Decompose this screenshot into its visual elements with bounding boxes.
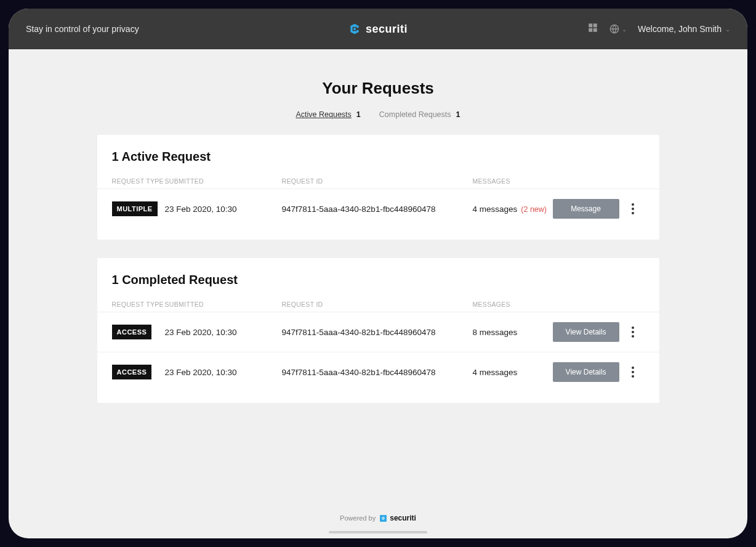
messages-cell: 4 messages (2 new)	[473, 205, 553, 214]
more-options-icon[interactable]	[621, 324, 645, 340]
globe-icon	[609, 24, 619, 34]
messages-cell: 4 messages	[473, 368, 553, 377]
request-type-badge: ACCESS	[112, 365, 152, 379]
message-button[interactable]: Message	[553, 199, 619, 219]
language-selector[interactable]: ⌄	[609, 24, 627, 34]
svg-rect-4	[593, 28, 597, 32]
table-header: REQUEST TYPE SUBMITTED REQUEST ID MESSAG…	[97, 297, 659, 312]
col-type: REQUEST TYPE	[112, 301, 165, 308]
card-title: 1 Completed Request	[97, 273, 659, 297]
powered-by-text: Powered by	[340, 514, 376, 522]
col-submitted: SUBMITTED	[165, 301, 282, 308]
active-requests-card: 1 Active Request REQUEST TYPE SUBMITTED …	[97, 135, 659, 240]
table-row: ACCESS 23 Feb 2020, 10:30 947f7811-5aaa-…	[97, 312, 659, 352]
submitted-cell: 23 Feb 2020, 10:30	[165, 368, 282, 377]
col-id: REQUEST ID	[282, 301, 473, 308]
request-type-badge: MULTIPLE	[112, 201, 158, 216]
header-tagline: Stay in control of your privacy	[26, 24, 139, 34]
table-row: MULTIPLE 23 Feb 2020, 10:30 947f7811-5aa…	[97, 188, 659, 229]
svg-point-9	[383, 517, 384, 519]
col-messages: MESSAGES	[473, 177, 553, 185]
more-options-icon[interactable]	[621, 364, 645, 380]
submitted-cell: 23 Feb 2020, 10:30	[165, 328, 282, 337]
view-details-button[interactable]: View Details	[553, 322, 619, 342]
col-submitted: SUBMITTED	[165, 177, 282, 185]
chevron-down-icon: ⌄	[725, 26, 730, 33]
request-id-cell: 947f7811-5aaa-4340-82b1-fbc448960478	[282, 205, 473, 214]
table-row: ACCESS 23 Feb 2020, 10:30 947f7811-5aaa-…	[97, 352, 659, 392]
col-id: REQUEST ID	[282, 177, 473, 185]
card-title: 1 Active Request	[97, 150, 659, 174]
view-details-button[interactable]: View Details	[553, 362, 619, 382]
new-messages: (2 new)	[521, 205, 547, 214]
svg-rect-3	[589, 28, 592, 32]
table-header: REQUEST TYPE SUBMITTED REQUEST ID MESSAG…	[97, 174, 659, 188]
apps-grid-icon[interactable]	[587, 22, 598, 36]
request-type-badge: ACCESS	[112, 325, 152, 339]
brand-name: securiti	[366, 23, 408, 36]
request-tabs: Active Requests 1 Completed Requests 1	[9, 110, 747, 119]
tab-count: 1	[456, 110, 460, 119]
user-menu[interactable]: Welcome, John Smith ⌄	[638, 24, 730, 34]
tab-count: 1	[356, 110, 361, 119]
main-content: Your Requests Active Requests 1 Complete…	[9, 49, 747, 403]
tab-completed-requests[interactable]: Completed Requests 1	[379, 110, 460, 119]
tab-active-requests[interactable]: Active Requests 1	[296, 110, 361, 119]
securiti-icon	[379, 514, 387, 522]
tab-label: Active Requests	[296, 110, 352, 119]
request-id-cell: 947f7811-5aaa-4340-82b1-fbc448960478	[282, 328, 473, 337]
welcome-text: Welcome, John Smith	[638, 24, 722, 34]
more-options-icon[interactable]	[621, 201, 645, 217]
svg-point-0	[353, 28, 356, 30]
message-count: 4 messages	[473, 205, 518, 214]
col-messages: MESSAGES	[473, 301, 553, 308]
securiti-icon	[348, 23, 361, 35]
home-indicator	[329, 531, 427, 533]
submitted-cell: 23 Feb 2020, 10:30	[165, 205, 282, 214]
top-header: Stay in control of your privacy securiti…	[9, 9, 747, 49]
svg-rect-2	[593, 23, 597, 27]
footer-brand: securiti	[379, 514, 416, 522]
svg-rect-1	[589, 23, 592, 27]
request-id-cell: 947f7811-5aaa-4340-82b1-fbc448960478	[282, 368, 473, 377]
page-title: Your Requests	[9, 79, 747, 98]
col-type: REQUEST TYPE	[112, 177, 165, 185]
brand-logo: securiti	[348, 23, 408, 36]
footer: Powered by securiti	[9, 514, 747, 522]
tab-label: Completed Requests	[379, 110, 451, 119]
device-frame: Stay in control of your privacy securiti…	[9, 9, 747, 538]
chevron-down-icon: ⌄	[622, 26, 627, 33]
footer-brand-name: securiti	[390, 514, 416, 522]
completed-requests-card: 1 Completed Request REQUEST TYPE SUBMITT…	[97, 258, 659, 403]
messages-cell: 8 messages	[473, 328, 553, 337]
